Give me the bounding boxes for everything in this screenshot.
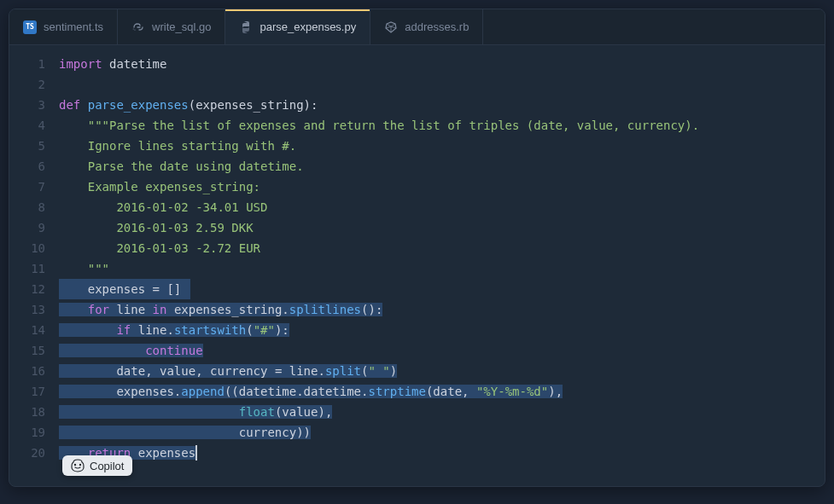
line-number: 13 — [9, 299, 45, 320]
svg-point-2 — [74, 464, 76, 466]
line-number: 17 — [9, 381, 45, 402]
code-line[interactable]: """ — [54, 258, 825, 279]
svg-point-0 — [134, 29, 135, 30]
line-number: 2 — [9, 74, 45, 95]
code-line[interactable]: continue — [54, 340, 825, 361]
code-line[interactable]: def parse_expenses(expenses_string): — [54, 95, 825, 115]
line-number: 16 — [9, 361, 45, 381]
line-number: 14 — [9, 320, 45, 340]
code-line[interactable]: Example expenses_string: — [54, 177, 825, 197]
code-area[interactable]: import datetimedef parse_expenses(expens… — [54, 54, 825, 486]
typescript-icon: TS — [23, 20, 37, 34]
line-number: 4 — [9, 115, 45, 136]
ruby-icon — [384, 20, 398, 34]
tab-write_sql-go[interactable]: write_sql.go — [118, 9, 225, 44]
line-number: 9 — [9, 217, 45, 238]
code-line[interactable]: Parse the date using datetime. — [54, 156, 825, 177]
text-cursor — [195, 445, 197, 461]
svg-point-3 — [79, 464, 81, 466]
line-number: 18 — [9, 402, 45, 422]
tab-addresses-rb[interactable]: addresses.rb — [370, 9, 483, 44]
line-number: 5 — [9, 136, 45, 156]
code-line[interactable]: 2016-01-03 2.59 DKK — [54, 217, 825, 238]
line-number: 3 — [9, 95, 45, 115]
tab-label: addresses.rb — [405, 20, 469, 33]
line-number: 7 — [9, 177, 45, 197]
code-line[interactable]: for line in expenses_string.splitlines()… — [54, 299, 825, 320]
tab-label: parse_expenses.py — [260, 20, 356, 33]
line-number: 11 — [9, 258, 45, 279]
line-number: 1 — [9, 54, 45, 74]
code-line[interactable]: date, value, currency = line.split(" ") — [54, 361, 825, 381]
code-line[interactable]: 2016-01-03 -2.72 EUR — [54, 238, 825, 258]
copilot-label: Copilot — [90, 460, 124, 472]
tab-bar: TSsentiment.tswrite_sql.goparse_expenses… — [9, 9, 825, 45]
line-number: 12 — [9, 279, 45, 299]
code-editor[interactable]: 1234567891011121314151617181920 import d… — [9, 45, 825, 486]
tab-sentiment-ts[interactable]: TSsentiment.ts — [9, 9, 118, 44]
python-icon — [239, 20, 253, 34]
code-line[interactable]: import datetime — [54, 54, 825, 74]
tab-label: sentiment.ts — [44, 20, 103, 33]
tab-parse_expenses-py[interactable]: parse_expenses.py — [225, 9, 370, 44]
code-line[interactable]: float(value), — [54, 402, 825, 422]
code-line[interactable]: expenses.append((datetime.datetime.strpt… — [54, 381, 825, 402]
line-number: 19 — [9, 422, 45, 443]
code-line[interactable] — [54, 74, 825, 95]
code-line[interactable]: if line.startswith("#"): — [54, 320, 825, 340]
code-line[interactable]: expenses = [] — [54, 279, 825, 299]
copilot-icon — [71, 459, 85, 472]
code-line[interactable]: Ignore lines starting with #. — [54, 136, 825, 156]
line-number: 6 — [9, 156, 45, 177]
code-line[interactable]: """Parse the list of expenses and return… — [54, 115, 825, 136]
line-number-gutter: 1234567891011121314151617181920 — [9, 54, 54, 486]
line-number: 8 — [9, 197, 45, 217]
editor-window: TSsentiment.tswrite_sql.goparse_expenses… — [9, 9, 825, 487]
code-line[interactable]: return expenses — [54, 443, 825, 463]
go-icon — [131, 20, 145, 34]
code-line[interactable]: currency)) — [54, 422, 825, 443]
tab-label: write_sql.go — [152, 20, 211, 33]
line-number: 10 — [9, 238, 45, 258]
svg-point-1 — [133, 28, 134, 29]
code-line[interactable]: 2016-01-02 -34.01 USD — [54, 197, 825, 217]
line-number: 20 — [9, 443, 45, 463]
line-number: 15 — [9, 340, 45, 361]
copilot-button[interactable]: Copilot — [62, 455, 132, 476]
